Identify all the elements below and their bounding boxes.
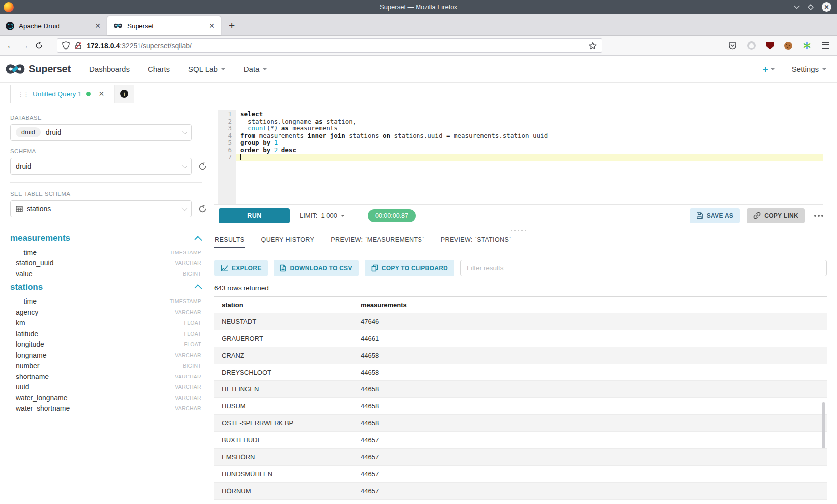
table-row[interactable]: HUSUM44658 [214,398,827,415]
file-icon [280,264,286,272]
nav-data[interactable]: Data [244,65,267,73]
results-tab-4[interactable]: PREVIEW: `STATIONS` [440,233,512,247]
chevron-up-icon[interactable] [194,284,202,292]
ublock-origin-icon[interactable] [766,42,774,50]
table-row[interactable]: GRAUERORT44661 [214,330,827,347]
run-button[interactable]: RUN [219,208,290,223]
cell-measurements: 44658 [353,352,379,359]
chevron-up-icon[interactable] [194,236,202,243]
results-table-body: NEUSTADT47646GRAUERORT44661CRANZ44658DRE… [214,313,827,504]
table-row[interactable]: BUXTEHUDE44657 [214,432,827,449]
query-tab-untitled-query-1[interactable]: ⋮⋮ Untitled Query 1 ✕ [10,85,111,103]
table-row[interactable]: HÖRNUM44657 [214,483,827,500]
window-maximize-icon[interactable] [808,4,814,10]
bookmark-star-icon[interactable] [589,42,597,50]
cell-measurements: 44657 [353,487,379,495]
column-name: longname [16,351,47,359]
browser-tab-superset[interactable]: Superset ✕ [107,16,221,35]
nav-charts[interactable]: Charts [148,65,170,73]
pocket-icon[interactable] [728,42,737,50]
superset-logo-icon [5,62,26,76]
tab-close-icon[interactable]: ✕ [95,22,101,30]
database-select[interactable]: druid druid [10,124,192,141]
caret-down-icon [771,68,775,72]
schema-label: SCHEMA [10,148,214,154]
column-header-station[interactable]: station [214,297,353,313]
back-button[interactable]: ← [4,41,18,51]
table-row[interactable]: HUNDSMÜHLEN44657 [214,466,827,483]
table-row[interactable]: HETLINGEN44658 [214,381,827,398]
superset-favicon [113,23,123,29]
nav-add-button[interactable]: + [763,64,775,75]
forward-button[interactable]: → [18,41,32,51]
url-bar[interactable]: 172.18.0.4:32251/superset/sqllab/ [57,38,602,53]
column-name: station_uuid [16,259,54,267]
editor-code[interactable]: select stations.longname as station, cou… [236,110,823,204]
table-row[interactable]: EMSHÖRN44657 [214,449,827,466]
query-timer-badge: 00:00:00.87 [368,209,416,222]
editor-gutter: 1234567 [218,110,236,204]
results-tab-3[interactable]: PREVIEW: `MEASUREMENTS` [330,233,424,247]
link-icon [753,212,761,219]
cell-measurements: 44661 [353,335,379,342]
table-section-measurements[interactable]: measurements [10,233,201,243]
column-row: __timeTIMESTAMP [10,296,201,307]
results-tab-1[interactable]: RESULTS [214,233,245,248]
browser-tab-apache-druid[interactable]: Apache Druid ✕ [0,16,107,35]
cell-station: HÖRNUM [214,483,353,499]
query-tab-title: Untitled Query 1 [33,90,82,98]
filter-results-input[interactable] [460,260,827,276]
window-shade-icon[interactable] [794,5,800,9]
column-row: water_shortnameVARCHAR [10,403,201,414]
chevron-down-icon [182,163,187,168]
add-query-tab-button[interactable]: + [114,85,134,103]
column-row: latitudeFLOAT [10,328,201,339]
table-row[interactable]: KRAUTSAND44657 [214,500,827,504]
cell-measurements: 44658 [353,385,379,393]
save-as-button[interactable]: SAVE AS [690,208,740,223]
table-section-stations[interactable]: stations [10,282,201,292]
nav-settings[interactable]: Settings [792,65,826,73]
refresh-table-icon[interactable] [198,205,207,213]
cell-station: HETLINGEN [214,381,353,397]
refresh-schema-icon[interactable] [198,162,207,171]
copy-to-clipboard-button[interactable]: COPY TO CLIPBOARD [365,260,454,276]
table-row[interactable]: OSTE-SPERRWERK BP44658 [214,415,827,432]
results-pane: RESULTSQUERY HISTORYPREVIEW: `MEASUREMEN… [214,233,827,504]
nav-dashboards[interactable]: Dashboards [89,65,130,73]
schema-select[interactable]: druid [10,158,192,175]
copy-link-button[interactable]: COPY LINK [747,208,805,223]
superset-logo[interactable]: Superset [5,62,71,76]
sql-editor[interactable]: 1234567 select stations.longname as stat… [218,110,823,204]
pane-resize-handle[interactable] [214,228,823,233]
tracking-shield-icon[interactable] [62,41,70,50]
column-row: longnameVARCHAR [10,350,201,361]
window-titlebar: Superset — Mozilla Firefox ✕ [0,0,837,14]
insecure-lock-icon[interactable] [75,42,82,50]
text-cursor [240,154,241,160]
reload-button[interactable] [32,42,46,49]
column-name: water_longname [16,394,68,402]
extension-asterisk-icon[interactable] [803,41,811,50]
tab-close-icon[interactable]: ✕ [209,22,215,30]
window-close-button[interactable]: ✕ [822,2,831,12]
more-options-icon[interactable] [814,215,823,217]
limit-dropdown[interactable]: LIMIT: 1 000 [300,212,345,219]
menu-hamburger-icon[interactable] [822,42,829,49]
table-select[interactable]: stations [10,200,192,217]
results-tab-2[interactable]: QUERY HISTORY [261,233,315,247]
drag-handle-icon[interactable]: ⋮⋮ [17,90,28,98]
download-csv-button[interactable]: DOWNLOAD TO CSV [274,260,358,276]
table-row[interactable]: DREYSCHLOOT44658 [214,364,827,381]
explore-button[interactable]: EXPLORE [214,260,268,276]
extension-panda-icon[interactable] [747,41,756,50]
results-scrollbar-thumb[interactable] [822,402,825,448]
results-actions: EXPLORE DOWNLOAD TO CSV COPY TO CLIPBOAR… [214,260,827,276]
cookie-extension-icon[interactable] [784,42,792,50]
table-row[interactable]: CRANZ44658 [214,347,827,364]
new-tab-button[interactable]: + [229,20,235,32]
query-tab-close-icon[interactable]: ✕ [99,90,105,98]
column-header-measurements[interactable]: measurements [353,301,407,309]
table-row[interactable]: NEUSTADT47646 [214,313,827,330]
nav-sql-lab[interactable]: SQL Lab [188,65,225,73]
